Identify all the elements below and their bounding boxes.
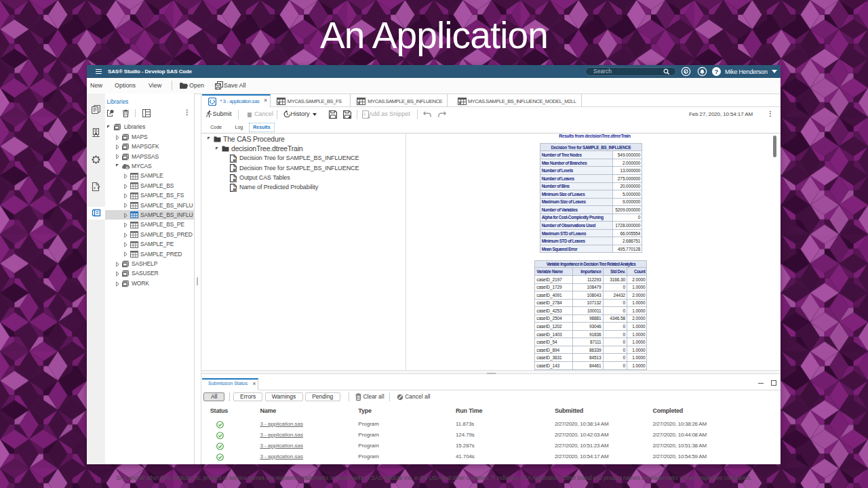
svg-text:?: ? (715, 68, 719, 75)
